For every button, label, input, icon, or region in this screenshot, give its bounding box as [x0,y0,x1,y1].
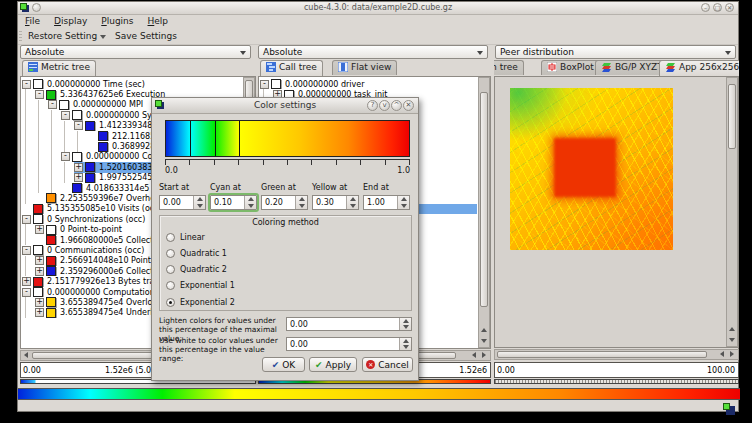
scrollbar-thumb[interactable] [480,92,488,307]
save-settings-button[interactable]: Save Settings [111,30,181,42]
tree-expander[interactable]: - [48,100,57,109]
white-percent-spinbox[interactable]: 0.00 [286,337,412,351]
lighten-percent-spinbox[interactable]: 0.00 [286,317,412,331]
tab-metric-tree[interactable]: Metric tree [22,60,96,76]
system-vertical-scrollbar[interactable] [726,77,738,347]
metric-value-mode-combobox[interactable]: Absolute [20,45,251,59]
tree-expander[interactable]: - [74,121,83,130]
chevron-down-icon [240,51,246,55]
help-button[interactable]: ? [367,100,378,111]
topology-heatmap[interactable] [510,88,673,250]
tree-expander[interactable]: - [22,80,31,89]
shade-button[interactable]: v [379,100,390,111]
apply-check-icon: ✔ [315,360,323,370]
menu-item-display[interactable]: Display [47,14,94,26]
radio-linear[interactable]: Linear [166,231,205,243]
scroll-up-arrow[interactable] [727,325,737,334]
scrollbar-thumb[interactable] [728,84,736,149]
restore-setting-button[interactable]: Restore Setting [24,30,110,42]
dialog-titlebar[interactable]: Color settings ? v ^ ✕ [152,98,418,114]
cyan-at-spinbox[interactable]: 0.10 [210,195,257,210]
spinbox-value: 0.20 [265,198,283,207]
scrollbar-thumb[interactable] [497,351,707,358]
tree-indent [22,297,35,307]
ok-button[interactable]: ✔OK [262,357,305,372]
spin-arrows[interactable] [193,196,205,209]
scroll-up-arrow[interactable] [479,326,489,335]
radio-exponential-1[interactable]: Exponential 1 [166,280,235,292]
value-color-box [33,204,43,214]
value-color-box [33,277,43,287]
tree-expander[interactable]: - [260,80,269,89]
end-at-spinbox[interactable]: 1.00 [363,195,410,210]
tree-expander[interactable]: - [22,288,31,297]
dialog-close-button[interactable]: ✕ [403,100,414,111]
menu-item-file[interactable]: File [18,14,47,26]
tree-expander[interactable]: + [35,298,44,307]
scroll-left-arrow[interactable] [717,351,727,360]
green-at-spinbox[interactable]: 0.20 [261,195,308,210]
tree-expander[interactable]: + [22,277,31,286]
tree-indent [22,235,35,245]
radio-quadratic-2[interactable]: Quadratic 2 [166,264,227,276]
system-horizontal-scrollbar[interactable] [494,349,739,360]
value-color-box [46,90,56,100]
start-at-spinbox[interactable]: 0.00 [159,195,206,210]
tree-expander[interactable]: + [74,173,83,182]
spin-arrows[interactable] [244,196,256,209]
tab-flat-view[interactable]: Flat view [332,60,397,75]
tree-expander[interactable]: + [35,225,44,234]
apply-button[interactable]: ✔Apply [309,357,357,372]
spin-arrows[interactable] [346,196,358,209]
tab-system-tree[interactable]: m tree [494,60,524,75]
radio-exponential-2[interactable]: Exponential 2 [166,296,235,308]
call-vertical-scrollbar[interactable] [478,77,490,348]
tree-row[interactable]: -0.000000000 Time (sec) [22,79,242,89]
tab-bgp-xyzt[interactable]: BG/P XYZT [595,60,669,75]
spin-arrows[interactable] [399,318,411,330]
tray-cube-icon[interactable] [723,403,735,415]
combobox-value: Absolute [263,47,302,57]
tree-expander[interactable]: - [61,111,70,120]
scroll-down-arrow[interactable] [479,337,489,346]
end-at-label: End at [363,183,389,192]
value-color-box [46,297,56,307]
scroll-right-arrow[interactable] [479,352,489,361]
tree-indent [22,173,74,183]
maximize-button[interactable]: □ [713,3,722,12]
tree-expander[interactable]: - [22,215,31,224]
tree-expander[interactable]: - [35,90,44,99]
tab-call-tree[interactable]: Call tree [260,60,323,76]
tree-indent [22,100,48,110]
menu-item-plugins[interactable]: Plugins [94,14,140,26]
yellow-at-spinbox[interactable]: 0.30 [312,195,359,210]
tab-boxplot[interactable]: BoxPlot [541,60,600,75]
spin-arrows[interactable] [399,338,411,350]
radio-quadratic-1[interactable]: Quadratic 1 [166,247,227,259]
toolbar-handle[interactable] [19,31,22,42]
close-button[interactable]: ✕ [725,3,734,12]
tree-expander[interactable]: + [35,308,44,317]
menu-item-help[interactable]: Help [141,14,176,26]
scroll-left-arrow[interactable] [469,352,479,361]
scroll-right-arrow[interactable] [727,351,737,360]
tree-expander[interactable]: - [22,246,31,255]
cancel-button[interactable]: ✕Cancel [362,357,413,372]
call-value-mode-combobox[interactable]: Absolute [258,45,488,59]
minimize-button[interactable]: – [701,3,710,12]
scroll-down-arrow[interactable] [727,336,737,345]
tree-expander[interactable]: + [35,256,44,265]
scroll-left-arrow[interactable] [21,352,31,361]
tree-expander[interactable]: + [74,163,83,172]
spin-arrows[interactable] [295,196,307,209]
colormap-axis [165,159,410,165]
unshade-button[interactable]: ^ [391,100,402,111]
tree-expander[interactable]: + [35,267,44,276]
tree-indent [22,121,74,131]
tree-row[interactable]: -0.000000000 driver [260,79,477,89]
radio-icon [166,249,175,258]
spin-arrows[interactable] [397,196,409,209]
tree-expander[interactable]: - [61,152,70,161]
tab-app-256x256[interactable]: App 256x256 [659,60,739,76]
system-value-mode-combobox[interactable]: Peer distribution [495,45,736,59]
